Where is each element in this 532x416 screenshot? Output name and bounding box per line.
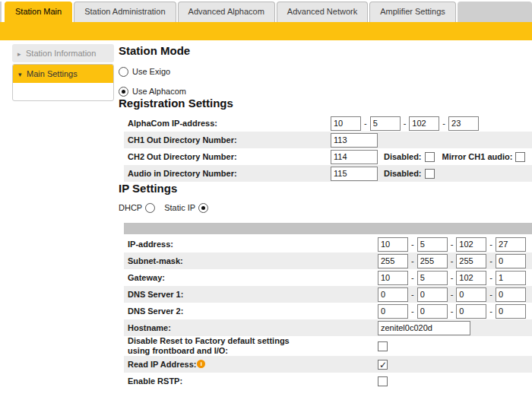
field-value: --- — [378, 304, 526, 319]
octet-input[interactable] — [448, 116, 479, 131]
field-label: Read IP Address:i — [128, 360, 378, 370]
radio-label: Use Alphacom — [132, 87, 186, 96]
text-input-ch2-out-directory-number[interactable] — [331, 150, 378, 164]
field-value: --- — [378, 271, 526, 285]
octet-input[interactable] — [496, 237, 526, 252]
text-input-hostname[interactable] — [378, 321, 470, 335]
registration-table: AlphaCom IP-address:---CH1 Out Directory… — [124, 115, 532, 182]
radio-label: DHCP — [119, 203, 142, 212]
section-title-registration-settings: Registration Settings — [119, 97, 532, 110]
octet-input[interactable] — [456, 254, 486, 268]
octet-input[interactable] — [417, 237, 448, 252]
tab-amplifier-settings[interactable]: Amplifier Settings — [369, 2, 456, 22]
field-label: AlphaCom IP-address: — [128, 119, 331, 129]
checkbox-disabled[interactable] — [425, 169, 435, 179]
radio-static-ip[interactable] — [198, 203, 208, 213]
text-input-audio-in-directory-number[interactable] — [331, 167, 378, 181]
dash-separator: - — [489, 290, 492, 299]
sidebar-item-main-settings[interactable]: ▾Main Settings — [13, 65, 113, 83]
section-title-station-mode: Station Mode — [119, 44, 532, 58]
checkbox-read-ip-address[interactable] — [378, 360, 388, 370]
checkbox-label: Disabled: — [384, 152, 422, 161]
radio-use-alphacom[interactable] — [119, 87, 128, 97]
field-value: --- — [378, 287, 526, 302]
octet-input[interactable] — [378, 237, 408, 252]
radio-label: Static IP — [164, 203, 195, 212]
page-body: ▸Station Information ▾Main Settings Stat… — [0, 40, 532, 389]
radio-use-exigo[interactable] — [119, 67, 128, 77]
checkbox-disabled[interactable] — [425, 152, 435, 162]
octet-input[interactable] — [331, 116, 361, 131]
dash-separator: - — [364, 119, 367, 128]
octet-input[interactable] — [456, 304, 486, 319]
section-title-ip-settings: IP Settings — [119, 182, 532, 195]
row-subnet-mask: Subnet-mask:--- — [124, 252, 532, 269]
field-label: Hostname: — [128, 323, 378, 333]
octet-input[interactable] — [456, 237, 486, 252]
octet-input[interactable] — [378, 287, 408, 302]
row-alphacom-ip-address: AlphaCom IP-address:--- — [124, 115, 532, 132]
tab-advanced-alphacom[interactable]: Advanced Alphacom — [178, 2, 275, 22]
field-value: --- — [378, 254, 526, 268]
checkbox-enable-rstp[interactable] — [378, 376, 388, 386]
tab-advanced-network[interactable]: Advanced Network — [277, 2, 368, 22]
dash-separator: - — [411, 240, 414, 249]
field-value — [378, 360, 388, 370]
tab-station-administration[interactable]: Station Administration — [74, 2, 176, 22]
field-label: Enable RSTP: — [128, 376, 378, 386]
octet-input[interactable] — [417, 304, 448, 319]
text-input-ch1-out-directory-number[interactable] — [331, 133, 378, 148]
octet-input[interactable] — [409, 116, 439, 131]
dash-separator: - — [489, 256, 492, 265]
info-icon: i — [197, 360, 205, 368]
field-label: CH1 Out Directory Number: — [128, 135, 331, 145]
radio-label: Use Exigo — [132, 67, 170, 76]
dash-separator: - — [451, 306, 454, 316]
sidebar-panel: ▾Main Settings — [12, 64, 114, 101]
accent-bar — [0, 22, 532, 40]
radio-dhcp[interactable] — [145, 203, 155, 213]
tab-station-main[interactable]: Station Main — [5, 2, 72, 22]
octet-input[interactable] — [378, 304, 408, 319]
octet-input[interactable] — [456, 271, 486, 285]
dash-separator: - — [442, 119, 445, 128]
chevron-down-icon: ▾ — [18, 65, 27, 84]
checkbox-disable-reset-to-factory-default-settings[interactable] — [378, 341, 388, 351]
octet-input[interactable] — [496, 287, 526, 302]
octet-input[interactable] — [417, 287, 448, 302]
row-read-ip-address: Read IP Address:i — [124, 356, 532, 373]
octet-input[interactable] — [496, 254, 526, 268]
sidebar-item-station-information[interactable]: ▸Station Information — [12, 44, 114, 62]
octet-input[interactable] — [370, 116, 401, 131]
octet-input[interactable] — [496, 271, 526, 285]
octet-input[interactable] — [496, 304, 526, 319]
sidebar-empty-area — [13, 83, 113, 100]
station-mode-options: Use ExigoUse Alphacom — [119, 66, 532, 97]
octet-input[interactable] — [417, 271, 448, 285]
field-value: Disabled: — [331, 167, 435, 181]
checkbox-label: Disabled: — [384, 169, 422, 178]
field-value: Disabled:Mirror CH1 audio: — [331, 150, 525, 164]
field-value — [331, 133, 378, 148]
chevron-right-icon: ▸ — [17, 45, 26, 63]
radio-option-use-alphacom: Use Alphacom — [119, 86, 532, 97]
row-disable-reset-to-factory-default-settings: Disable Reset to Factory default setting… — [124, 336, 532, 356]
tab-filler — [458, 2, 532, 22]
radio-option-use-exigo: Use Exigo — [119, 66, 532, 77]
octet-input[interactable] — [378, 271, 408, 285]
field-label: IP-address: — [128, 240, 378, 249]
octet-input[interactable] — [456, 287, 486, 302]
ip-table-header-bar — [124, 223, 532, 234]
dash-separator: - — [411, 290, 414, 299]
checkbox-mirror-ch1-audio[interactable] — [515, 152, 525, 162]
window-edge — [0, 2, 2, 22]
field-value: --- — [378, 237, 526, 252]
row-gateway: Gateway:--- — [124, 269, 532, 286]
row-audio-in-directory-number: Audio in Directory Number:Disabled: — [124, 165, 532, 182]
octet-input[interactable] — [378, 254, 408, 268]
dash-separator: - — [451, 290, 454, 299]
octet-input[interactable] — [417, 254, 448, 268]
field-label: CH2 Out Directory Number: — [128, 152, 331, 162]
row-ch1-out-directory-number: CH1 Out Directory Number: — [124, 132, 532, 148]
dash-separator: - — [489, 273, 492, 282]
